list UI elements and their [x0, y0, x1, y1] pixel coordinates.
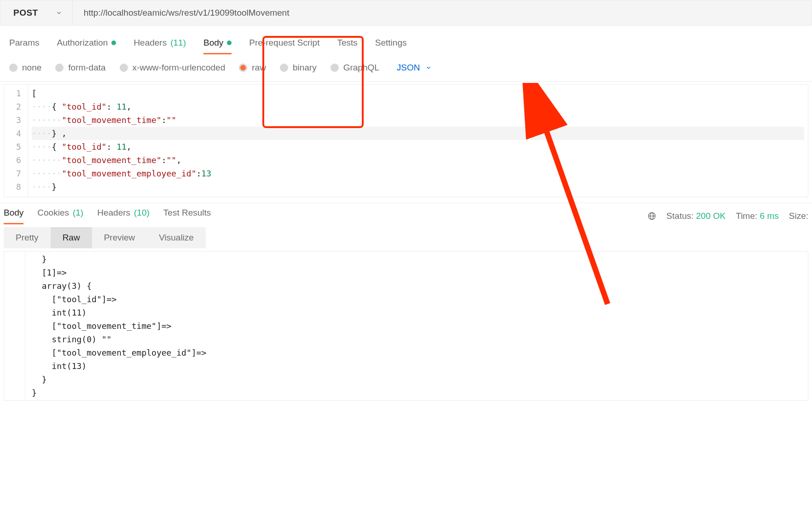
http-method-select[interactable]: POST	[0, 0, 73, 25]
chevron-down-icon	[425, 64, 432, 71]
url-input[interactable]	[73, 0, 812, 25]
tab-tests[interactable]: Tests	[337, 38, 357, 54]
request-tab-row: Params Authorization Headers (11) Body P…	[0, 29, 812, 54]
editor-code[interactable]: [ ····{ "tool_id": 11, ······"tool_movem…	[28, 85, 808, 197]
tab-pre-request-script[interactable]: Pre-request Script	[249, 38, 319, 54]
radio-icon	[280, 64, 288, 72]
radio-icon	[9, 64, 17, 72]
body-type-raw[interactable]: raw	[239, 63, 266, 73]
radio-icon	[331, 64, 339, 72]
response-tab-row: Body Cookies (1) Headers (10) Test Resul…	[0, 203, 812, 224]
tab-body[interactable]: Body	[203, 38, 232, 54]
resp-tab-test-results[interactable]: Test Results	[163, 208, 211, 224]
request-url-bar: POST	[0, 0, 812, 26]
body-type-graphql[interactable]: GraphQL	[331, 63, 379, 73]
resp-tab-headers[interactable]: Headers (10)	[97, 208, 150, 224]
body-type-row: none form-data x-www-form-urlencoded raw…	[0, 54, 812, 82]
body-type-binary[interactable]: binary	[280, 63, 317, 73]
editor-gutter: 123456789	[4, 85, 28, 197]
view-mode-preview[interactable]: Preview	[92, 227, 147, 248]
radio-icon	[120, 64, 128, 72]
response-meta: Status: 200 OK Time: 6 ms Size:	[647, 211, 808, 221]
tab-params[interactable]: Params	[9, 38, 39, 54]
response-raw-text: } [1]=> array(3) { ["tool_id"]=> int(11)…	[25, 252, 213, 400]
radio-selected-icon	[239, 64, 247, 72]
view-mode-visualize[interactable]: Visualize	[147, 227, 206, 248]
time-label: Time: 6 ms	[736, 211, 778, 221]
resp-tab-cookies[interactable]: Cookies (1)	[37, 208, 83, 224]
status-dot-icon	[111, 41, 116, 45]
body-type-x-www-form-urlencoded[interactable]: x-www-form-urlencoded	[120, 63, 226, 73]
response-view-mode-row: Pretty Raw Preview Visualize	[0, 224, 812, 251]
globe-icon[interactable]	[647, 211, 656, 221]
size-label: Size:	[789, 211, 808, 221]
chevron-down-icon	[56, 10, 62, 16]
status-dot-icon	[227, 41, 232, 45]
status-label: Status: 200 OK	[667, 211, 726, 221]
body-type-none[interactable]: none	[9, 63, 41, 73]
response-body[interactable]: } [1]=> array(3) { ["tool_id"]=> int(11)…	[4, 251, 808, 401]
view-mode-pretty[interactable]: Pretty	[4, 227, 51, 248]
view-mode-raw[interactable]: Raw	[51, 227, 92, 248]
http-method-value: POST	[13, 8, 38, 18]
raw-format-select[interactable]: JSON	[397, 63, 432, 73]
body-type-form-data[interactable]: form-data	[55, 63, 105, 73]
response-gutter	[4, 252, 25, 400]
tab-settings[interactable]: Settings	[375, 38, 407, 54]
tab-headers[interactable]: Headers (11)	[133, 38, 186, 54]
radio-icon	[55, 64, 64, 72]
resp-tab-body[interactable]: Body	[4, 208, 23, 224]
request-body-editor[interactable]: 123456789 [ ····{ "tool_id": 11, ······"…	[4, 84, 808, 197]
tab-authorization[interactable]: Authorization	[57, 38, 116, 54]
